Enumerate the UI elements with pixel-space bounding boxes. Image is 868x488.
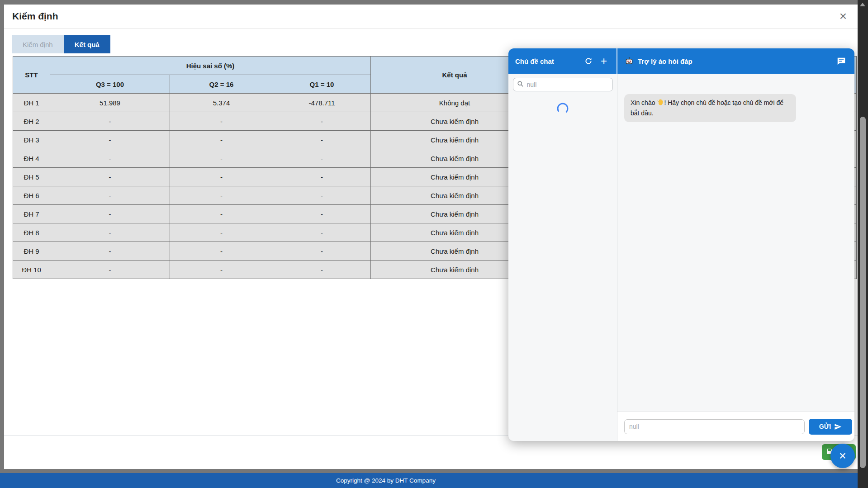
- page-footer: Copyright @ 2024 by DHT Company: [0, 473, 858, 488]
- modal-overlay-top: [0, 0, 858, 5]
- chat-message-input[interactable]: [624, 419, 805, 434]
- chat-close-fab[interactable]: ×: [830, 444, 855, 468]
- cell-stt: ĐH 3: [13, 131, 50, 149]
- send-button-label: GỬI: [819, 423, 831, 430]
- refresh-icon[interactable]: [583, 55, 594, 67]
- cell-stt: ĐH 5: [13, 168, 50, 186]
- waving-hand-icon: [657, 99, 664, 109]
- modal-overlay-left: [0, 5, 4, 469]
- cell-q1: -: [273, 168, 371, 186]
- close-icon: ×: [839, 449, 846, 463]
- cell-q1: -: [273, 205, 371, 223]
- cell-q3: -: [50, 112, 170, 131]
- cell-q1: -478.711: [273, 94, 371, 112]
- cell-q2: -: [170, 223, 273, 242]
- cell-q1: -: [273, 149, 371, 168]
- tab-ket-qua[interactable]: Kết quả: [64, 35, 110, 53]
- cell-q1: -: [273, 131, 371, 149]
- modal-overlay-bottom: [0, 469, 858, 473]
- col-header-q1: Q1 = 10: [273, 75, 371, 94]
- loading-spinner: [556, 102, 569, 117]
- assistant-welcome-bubble: Xin chào ! Hãy chọn chủ đề hoặc tạo chủ …: [624, 94, 796, 122]
- cell-q3: -: [50, 186, 170, 205]
- cell-q3: 51.989: [50, 94, 170, 112]
- cell-q2: -: [170, 149, 273, 168]
- cell-q2: -: [170, 131, 273, 149]
- chat-bubble-icon[interactable]: [835, 55, 847, 67]
- cell-q1: -: [273, 242, 371, 261]
- cell-q1: -: [273, 261, 371, 279]
- cell-stt: ĐH 6: [13, 186, 50, 205]
- cell-q1: -: [273, 112, 371, 131]
- chat-assistant-panel: Xin chào ! Hãy chọn chủ đề hoặc tạo chủ …: [617, 74, 854, 441]
- cell-q2: -: [170, 186, 273, 205]
- search-icon: [517, 81, 524, 89]
- cell-q2: -: [170, 112, 273, 131]
- plus-icon[interactable]: +: [598, 55, 610, 67]
- cell-q3: -: [50, 261, 170, 279]
- scrollbar-thumb[interactable]: [860, 117, 866, 468]
- chat-topics-header: Chủ đề chat +: [508, 48, 617, 74]
- cell-q2: -: [170, 205, 273, 223]
- chat-assistant-header: Trợ lý ảo hỏi đáp: [617, 48, 854, 74]
- tab-bar: Kiểm định Kết quả: [12, 35, 110, 53]
- cell-stt: ĐH 4: [13, 149, 50, 168]
- cell-q1: -: [273, 186, 371, 205]
- col-header-group: Hiệu sai số (%): [50, 57, 371, 75]
- cell-q3: -: [50, 149, 170, 168]
- cell-stt: ĐH 2: [13, 112, 50, 131]
- chat-topics-panel: [508, 74, 617, 441]
- browser-scrollbar[interactable]: [858, 0, 868, 488]
- cell-q3: -: [50, 168, 170, 186]
- send-icon: [834, 423, 842, 431]
- chat-assistant-title: Trợ lý ảo hỏi đáp: [638, 57, 693, 65]
- cell-q3: -: [50, 223, 170, 242]
- send-button[interactable]: GỬI: [809, 419, 852, 435]
- chat-messages: Xin chào ! Hãy chọn chủ đề hoặc tạo chủ …: [617, 74, 854, 412]
- cell-q2: -: [170, 168, 273, 186]
- chat-topics-title: Chủ đề chat: [515, 57, 554, 65]
- col-header-stt: STT: [13, 57, 50, 94]
- cell-q1: -: [273, 223, 371, 242]
- chat-widget: Chủ đề chat +: [508, 48, 854, 441]
- cell-stt: ĐH 8: [13, 223, 50, 242]
- cell-q2: -: [170, 261, 273, 279]
- cell-stt: ĐH 1: [13, 94, 50, 112]
- tab-kiem-dinh[interactable]: Kiểm định: [12, 35, 64, 53]
- cell-q3: -: [50, 205, 170, 223]
- close-icon[interactable]: ×: [835, 8, 851, 24]
- col-header-q3: Q3 = 100: [50, 75, 170, 94]
- page: Kiểm định × Kiểm định Kết quả STT Hiệu s…: [0, 0, 868, 488]
- cell-q2: 5.374: [170, 94, 273, 112]
- welcome-text-before: Xin chào: [631, 99, 657, 106]
- chat-input-bar: GỬI: [617, 412, 854, 441]
- col-header-q2: Q2 = 16: [170, 75, 273, 94]
- cell-stt: ĐH 10: [13, 261, 50, 279]
- modal-header: Kiểm định ×: [4, 5, 858, 29]
- cell-stt: ĐH 7: [13, 205, 50, 223]
- chat-body: Xin chào ! Hãy chọn chủ đề hoặc tạo chủ …: [508, 74, 854, 441]
- modal-title: Kiểm định: [12, 11, 58, 22]
- cell-stt: ĐH 9: [13, 242, 50, 261]
- topic-search-input[interactable]: [527, 81, 599, 88]
- scrollbar-up-arrow-icon[interactable]: [860, 3, 865, 6]
- cell-q3: -: [50, 131, 170, 149]
- topic-search-box[interactable]: [513, 78, 613, 91]
- cell-q3: -: [50, 242, 170, 261]
- chat-widget-header: Chủ đề chat +: [508, 48, 854, 74]
- copyright-text: Copyright @ 2024 by DHT Company: [336, 477, 436, 484]
- robot-icon: [625, 57, 634, 66]
- cell-q2: -: [170, 242, 273, 261]
